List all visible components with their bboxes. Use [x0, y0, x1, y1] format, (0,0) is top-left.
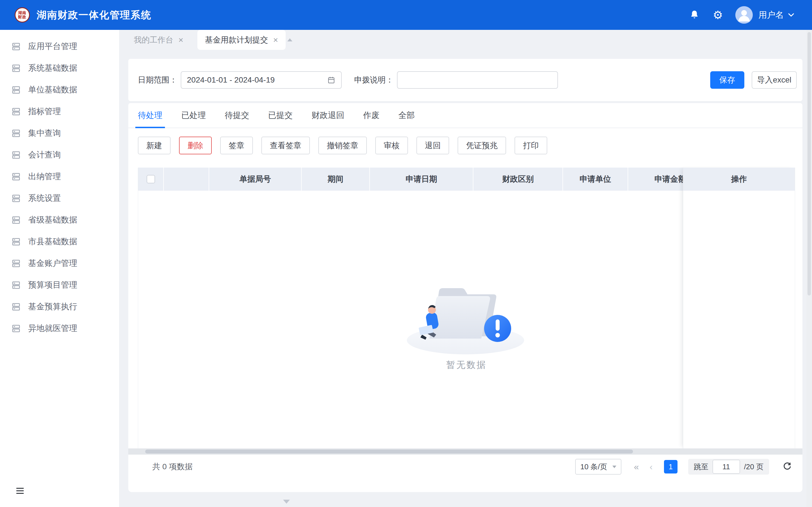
- sidebar-item-label: 异地就医管理: [28, 323, 77, 334]
- avatar[interactable]: [735, 6, 753, 24]
- menu-panel-icon: [11, 42, 21, 51]
- sidebar-item-fund-budget-execution[interactable]: 基金预算执行: [0, 296, 119, 318]
- workspace-tab-fund-payment-plan[interactable]: 基金用款计划提交 ×: [197, 30, 286, 50]
- view-signature-button[interactable]: 查看签章: [261, 136, 310, 154]
- sidebar-item-system-settings[interactable]: 系统设置: [0, 187, 119, 209]
- page-number-button[interactable]: 1: [664, 460, 677, 473]
- hamburger-icon[interactable]: [16, 488, 24, 494]
- app-logo-icon: 湖南 财政: [15, 7, 30, 22]
- filter-panel: 日期范围： 申拨说明： 保存 导入excel: [128, 59, 802, 101]
- sidebar-item-app-platform[interactable]: 应用平台管理: [0, 36, 119, 57]
- sidebar-item-province-base-data[interactable]: 省级基础数据: [0, 209, 119, 231]
- action-toolbar: 新建 删除 签章 查看签章 撤销签章 审核 退回 凭证预兆 打印: [138, 136, 802, 154]
- note-value[interactable]: [403, 75, 552, 84]
- sidebar-item-label: 出纳管理: [28, 171, 61, 182]
- triangle-up-icon[interactable]: [287, 38, 292, 41]
- sidebar-item-budget-project-mgmt[interactable]: 预算项目管理: [0, 274, 119, 296]
- menu-panel-icon: [11, 193, 21, 203]
- empty-state: 暂无数据: [405, 271, 529, 371]
- sidebar-item-label: 指标管理: [28, 106, 61, 117]
- jump-page-input[interactable]: [712, 460, 740, 474]
- fixed-operation-column: 操作: [683, 168, 795, 448]
- menu-panel-icon: [11, 128, 21, 138]
- page-size-select[interactable]: 10 条/页: [575, 459, 621, 474]
- chevron-down-icon: [612, 466, 616, 468]
- app-header: 湖南 财政 湖南财政一体化管理系统 ⚙ 用户名: [0, 0, 812, 30]
- column-apply-date: 申请日期: [370, 168, 473, 191]
- triangle-down-icon[interactable]: [283, 500, 290, 504]
- status-tab-processed[interactable]: 已处理: [181, 103, 206, 128]
- header-actions: ⚙ 用户名: [690, 6, 795, 24]
- sidebar-item-label: 市县基础数据: [28, 236, 77, 247]
- sidebar-item-system-base-data[interactable]: 系统基础数据: [0, 57, 119, 79]
- vertical-scrollbar-thumb[interactable]: [808, 32, 811, 295]
- sidebar-item-accounting-query[interactable]: 会计查询: [0, 144, 119, 166]
- select-all-checkbox[interactable]: [147, 175, 155, 183]
- sidebar-item-label: 应用平台管理: [28, 41, 77, 52]
- workspace-tab-my-workbench[interactable]: 我的工作台 ×: [128, 30, 189, 50]
- status-tab-all[interactable]: 全部: [398, 103, 415, 128]
- status-tab-voided[interactable]: 作废: [363, 103, 379, 128]
- app-window: 湖南 财政 湖南财政一体化管理系统 ⚙ 用户名 应用平台管理 系统基础数据: [0, 0, 812, 507]
- date-range-input[interactable]: [181, 71, 342, 89]
- horizontal-scrollbar-thumb[interactable]: [145, 450, 633, 453]
- voucher-preview-button[interactable]: 凭证预兆: [458, 136, 506, 154]
- empty-text: 暂无数据: [405, 359, 529, 371]
- sidebar-item-city-county-base-data[interactable]: 市县基础数据: [0, 231, 119, 252]
- gear-icon[interactable]: ⚙: [713, 9, 723, 20]
- sidebar-item-label: 预算项目管理: [28, 279, 77, 291]
- menu-panel-icon: [11, 302, 21, 312]
- sidebar-item-label: 系统基础数据: [28, 62, 77, 74]
- save-button[interactable]: 保存: [710, 71, 744, 89]
- delete-button[interactable]: 删除: [179, 136, 212, 154]
- menu-panel-icon: [11, 85, 21, 95]
- sidebar-item-label: 省级基础数据: [28, 214, 77, 226]
- logo-text-line2: 财政: [18, 15, 27, 19]
- first-page-button[interactable]: «: [634, 462, 639, 472]
- chevron-down-icon[interactable]: [787, 11, 795, 19]
- audit-button[interactable]: 审核: [375, 136, 408, 154]
- sidebar-item-label: 基金预算执行: [28, 301, 77, 313]
- status-tab-to-submit[interactable]: 待提交: [225, 103, 249, 128]
- return-button[interactable]: 退回: [416, 136, 449, 154]
- empty-illustration: [405, 271, 529, 355]
- menu-panel-icon: [11, 172, 21, 181]
- sidebar-item-label: 基金账户管理: [28, 258, 77, 269]
- note-label: 申拨说明：: [354, 75, 394, 86]
- close-icon[interactable]: ×: [273, 35, 278, 45]
- data-table: 单据局号 期间 申请日期 财政区别 申请单位 申请金额: [138, 168, 795, 448]
- import-excel-button[interactable]: 导入excel: [752, 71, 797, 89]
- status-tab-fiscal-returned[interactable]: 财政退回: [312, 103, 344, 128]
- sign-button[interactable]: 签章: [220, 136, 253, 154]
- sidebar-item-indicator-mgmt[interactable]: 指标管理: [0, 101, 119, 122]
- column-index: [164, 168, 209, 191]
- menu-panel-icon: [11, 237, 21, 246]
- username[interactable]: 用户名: [758, 9, 784, 21]
- date-range-value[interactable]: [187, 75, 327, 84]
- sidebar-item-cashier-mgmt[interactable]: 出纳管理: [0, 166, 119, 187]
- date-range-label: 日期范围：: [138, 75, 177, 86]
- column-fiscal-type: 财政区别: [473, 168, 563, 191]
- workspace-tabstrip: 我的工作台 × 基金用款计划提交 ×: [128, 30, 292, 50]
- sidebar-item-unit-base-data[interactable]: 单位基础数据: [0, 79, 119, 101]
- sidebar-item-central-query[interactable]: 集中查询: [0, 122, 119, 144]
- print-button[interactable]: 打印: [515, 136, 547, 154]
- revoke-signature-button[interactable]: 撤销签章: [318, 136, 367, 154]
- app-title: 湖南财政一体化管理系统: [37, 8, 151, 22]
- refresh-icon[interactable]: [782, 462, 792, 472]
- sidebar-item-remote-medical-mgmt[interactable]: 异地就医管理: [0, 318, 119, 339]
- content-panel: 待处理 已处理 待提交 已提交 财政退回 作废 全部 新建 删除 签章 查看签章…: [128, 103, 802, 492]
- horizontal-scrollbar[interactable]: [128, 448, 802, 455]
- select-all-cell: [138, 168, 164, 191]
- prev-page-button[interactable]: ‹: [650, 462, 653, 472]
- bell-icon[interactable]: [690, 10, 699, 20]
- vertical-scrollbar[interactable]: [806, 30, 812, 507]
- status-tab-submitted[interactable]: 已提交: [268, 103, 293, 128]
- status-tab-pending[interactable]: 待处理: [138, 103, 162, 128]
- column-period: 期间: [302, 168, 370, 191]
- close-icon[interactable]: ×: [179, 35, 184, 45]
- sidebar-item-fund-account-mgmt[interactable]: 基金账户管理: [0, 252, 119, 274]
- note-input[interactable]: [397, 71, 558, 89]
- new-button[interactable]: 新建: [138, 136, 170, 154]
- sidebar: 应用平台管理 系统基础数据 单位基础数据 指标管理 集中查询 会计查询 出纳管理: [0, 30, 119, 507]
